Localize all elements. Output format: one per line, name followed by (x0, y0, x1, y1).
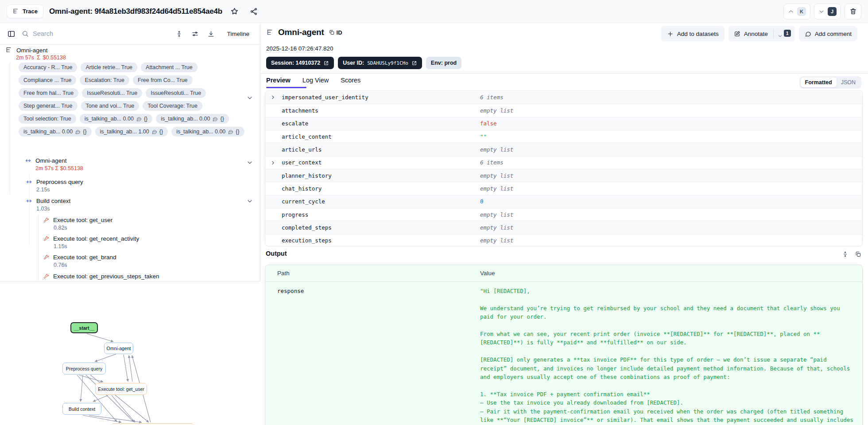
preview-row-article_content: article_content"" (265, 130, 862, 143)
score-badge[interactable]: Free from hal... True (19, 88, 78, 98)
tree-node-execute-tool-get-brand[interactable]: Execute tool: get_brand0.76s (43, 254, 116, 268)
row-value: empty list (480, 172, 513, 179)
tree-node-root[interactable]: Omni-agent (5, 47, 48, 54)
row-key: completed_steps (282, 224, 332, 231)
tree-node-preprocess-query[interactable]: Preprocess query2.15s (26, 179, 83, 193)
collapse-panel-icon[interactable] (7, 30, 16, 38)
download-icon[interactable] (207, 30, 215, 38)
add-comment-button[interactable]: Add comment (799, 26, 857, 41)
graph-node--start-[interactable]: __start__ (70, 322, 98, 333)
tree-node-execute-tool-get-recent-activity[interactable]: Execute tool: get_recent_activity1.15s (43, 235, 139, 250)
annotate-button-group: Annotate 1 (728, 26, 795, 41)
score-badge[interactable]: IssueResoluti... True (146, 88, 206, 98)
score-badge[interactable]: is_talking_ab... 1.00{} (95, 127, 168, 136)
tab-scores[interactable]: Scores (341, 77, 360, 88)
tree-guide-line (10, 62, 10, 195)
chevron-down-icon[interactable] (246, 94, 253, 101)
copy-id-button[interactable]: ID (329, 29, 342, 36)
row-key: execution_steps (282, 237, 332, 244)
row-key: escalate (282, 120, 308, 127)
score-badge[interactable]: Compliance ... True (19, 75, 76, 85)
add-to-datasets-button[interactable]: Add to datasets (661, 26, 725, 41)
tab-preview[interactable]: Preview (266, 77, 291, 88)
preview-row-impersonated_user_identity[interactable]: impersonated_user_identity6 items (265, 91, 862, 104)
score-badge[interactable]: Attachment ... True (141, 62, 198, 72)
row-value: empty list (480, 237, 513, 244)
score-badge[interactable]: Tool selection: True (19, 114, 76, 124)
score-badge[interactable]: is_talking_ab... 0.00{} (19, 127, 92, 136)
score-badge[interactable]: Free from Co... True (133, 75, 193, 85)
divider (261, 73, 868, 74)
tree-node-build-context[interactable]: Build context1.03s (26, 198, 70, 212)
trace-breadcrumb[interactable]: Trace (7, 4, 43, 18)
preview-row-user_context[interactable]: user_context6 items (265, 156, 862, 169)
graph-node-clipped[interactable] (111, 423, 194, 425)
graph-node-execute-tool-get-user[interactable]: Execute tool: get_user (95, 383, 147, 395)
graph-node-preprocess-query[interactable]: Preprocess query (62, 363, 106, 374)
graph-node-omni-agent[interactable]: Omni-agent (104, 343, 133, 354)
collapse-all-icon[interactable] (175, 30, 183, 38)
output-row-response[interactable]: response "Hi [REDACTED], We understand y… (265, 282, 862, 425)
graph-node-build-context[interactable]: Build context (62, 403, 101, 415)
timeline-toggle[interactable]: Timeline (223, 28, 253, 40)
chevron-right-icon[interactable] (270, 160, 276, 166)
row-value: 6 items (480, 159, 504, 166)
bookmark-star-button[interactable] (228, 5, 241, 18)
column-path: Path (277, 270, 290, 277)
annotate-dropdown-button[interactable]: 1 (774, 28, 795, 39)
row-value: "" (480, 133, 487, 140)
tab-log-view[interactable]: Log View (302, 77, 329, 88)
next-trace-button[interactable]: J (814, 4, 841, 19)
tree-node-execute-tool-get-previous-steps-taken[interactable]: Execute tool: get_previous_steps_taken1.… (43, 273, 159, 281)
session-badge[interactable]: Session: 14910372 (266, 57, 334, 69)
trace-graph: __start__Omni-agentPreprocess queryExecu… (0, 281, 260, 425)
score-badge[interactable]: Accuracy - R... True (19, 62, 77, 72)
score-badge[interactable]: Article retrie... True (81, 62, 137, 72)
preview-row-escalate: escalatefalse (265, 117, 862, 130)
score-badge[interactable]: is_talking_ab... 0.00{} (171, 127, 244, 136)
chevron-down-icon[interactable] (246, 159, 253, 166)
preview-row-article_urls: article_urlsempty list (265, 143, 862, 156)
score-badge[interactable]: Step generat... True (19, 101, 78, 111)
row-key: progress (282, 211, 308, 218)
score-badge[interactable]: is_talking_ab... 0.00{} (156, 114, 229, 124)
score-badge[interactable]: Tool Coverage: True (143, 101, 202, 111)
view-settings-icon[interactable] (191, 30, 199, 38)
output-row-key: response (277, 288, 304, 294)
format-option-formatted[interactable]: Formatted (801, 78, 837, 87)
tree-node-metrics: 2m 57s Σ $0.55138 (16, 55, 66, 61)
share-button[interactable] (247, 5, 260, 18)
score-badge[interactable]: is_talking_ab... 0.00{} (80, 114, 153, 124)
annotate-button[interactable]: Annotate (728, 31, 773, 37)
copy-output-icon[interactable] (855, 251, 861, 257)
chevron-down-icon[interactable] (246, 198, 253, 205)
trace-label: Trace (23, 8, 38, 15)
score-badge[interactable]: IssueResoluti... True (82, 88, 142, 98)
tree-node-omni-agent[interactable]: Omni-agent2m 57s Σ $0.55138 (25, 157, 83, 172)
format-option-json[interactable]: JSON (837, 78, 860, 87)
score-badge[interactable]: Escalation: True (80, 75, 129, 85)
preview-row-completed_steps: completed_stepsempty list (265, 221, 862, 234)
top-bar: Trace Omni-agent: 9f4a81eb3df983f24d64d5… (0, 0, 868, 23)
preview-row-attachments: attachmentsempty list (265, 104, 862, 117)
sidebar-toolbar: Search Timeline (0, 23, 260, 45)
trace-tree-icon (12, 8, 19, 15)
trace-tree-icon (266, 29, 274, 36)
preview-row-chat_history: chat_historyempty list (265, 182, 862, 195)
tree-guide-line (38, 214, 39, 281)
delete-trace-button[interactable] (845, 4, 861, 19)
prev-trace-button[interactable]: K (783, 4, 810, 19)
expand-output-icon[interactable] (842, 251, 849, 257)
search-input[interactable]: Search (22, 30, 53, 37)
search-placeholder: Search (33, 30, 53, 37)
score-badge[interactable]: Tone and voi... True (81, 101, 140, 111)
row-key: planner_history (282, 172, 332, 179)
user-id-badge[interactable]: User ID: SDAHUSLy9f1CHo (338, 57, 422, 69)
row-value: empty list (480, 146, 513, 153)
annotation-count-badge: 1 (784, 30, 791, 37)
sigma-icon: Σ (37, 55, 40, 61)
row-key: impersonated_user_identity (282, 94, 368, 101)
chevron-right-icon[interactable] (270, 94, 276, 100)
trace-tree: Omni-agent 2m 57s Σ $0.55138 Accuracy - … (0, 45, 260, 281)
tree-node-execute-tool-get-user[interactable]: Execute tool: get_user0.82s (43, 217, 112, 231)
